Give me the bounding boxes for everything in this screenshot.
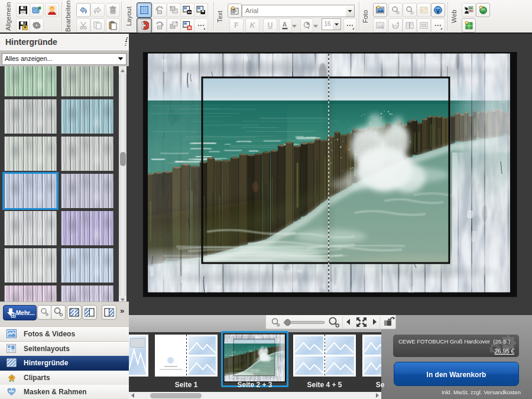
svg-text:A: A: [283, 21, 287, 28]
